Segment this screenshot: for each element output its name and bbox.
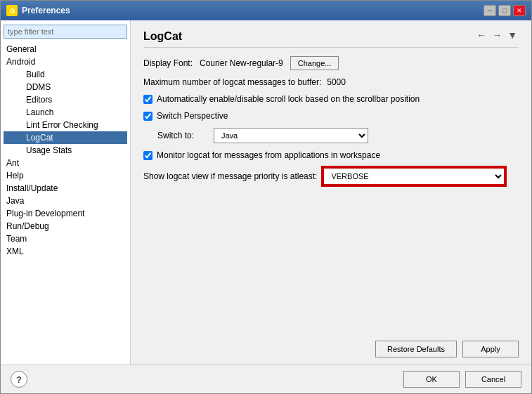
apply-button[interactable]: Apply [462, 341, 519, 357]
toolbar-icons: ← → ▼ [475, 28, 519, 42]
auto-scroll-row: Automatically enable/disable scroll lock… [143, 94, 519, 104]
max-messages-label: Maximum number of logcat messages to buf… [143, 77, 321, 87]
dropdown-icon[interactable]: ▼ [506, 28, 519, 42]
title-bar: ⚙ Preferences ─ □ ✕ [1, 1, 531, 20]
sidebar-item-launch[interactable]: Launch [4, 106, 127, 119]
maximize-button[interactable]: □ [498, 5, 511, 16]
title-bar-left: ⚙ Preferences [6, 5, 70, 16]
dialog-body: General Android Build DDMS Editors Launc… [1, 20, 531, 365]
footer-buttons: OK Cancel [403, 371, 521, 388]
sidebar-item-install-update[interactable]: Install/Update [4, 182, 127, 195]
switch-perspective-row: Switch Perspective [143, 111, 519, 121]
show-logcat-row: Show logcat view if message priority is … [143, 167, 519, 185]
auto-scroll-label: Automatically enable/disable scroll lock… [157, 94, 420, 104]
main-content: LogCat ← → ▼ Display Font: Courier New-r… [131, 20, 531, 365]
content-area: LogCat ← → ▼ Display Font: Courier New-r… [131, 20, 531, 334]
switch-perspective-label: Switch Perspective [157, 111, 228, 121]
switch-to-label: Switch to: [157, 131, 214, 140]
restore-defaults-button[interactable]: Restore Defaults [375, 341, 457, 357]
sidebar-item-ant[interactable]: Ant [4, 157, 127, 169]
switch-perspective-checkbox[interactable] [143, 112, 153, 121]
monitor-logcat-row: Monitor logcat for messages from applica… [143, 150, 519, 160]
sidebar: General Android Build DDMS Editors Launc… [1, 20, 131, 365]
filter-input[interactable] [4, 25, 127, 39]
app-icon: ⚙ [6, 5, 18, 16]
sidebar-item-usage-stats[interactable]: Usage Stats [4, 144, 127, 157]
sidebar-item-lint[interactable]: Lint Error Checking [4, 119, 127, 131]
monitor-logcat-label: Monitor logcat for messages from applica… [157, 150, 380, 160]
sidebar-item-team[interactable]: Team [4, 232, 127, 245]
display-font-label: Display Font: [143, 58, 193, 68]
switch-to-row: Switch to: Java Android Debug [143, 128, 519, 143]
page-title: LogCat [143, 30, 182, 43]
max-messages-value: 5000 [327, 77, 346, 87]
title-controls: ─ □ ✕ [484, 5, 526, 16]
monitor-logcat-checkbox[interactable] [143, 151, 153, 160]
back-icon[interactable]: ← [475, 28, 488, 42]
sidebar-item-plugin-development[interactable]: Plug-in Development [4, 207, 127, 220]
sidebar-item-editors[interactable]: Editors [4, 93, 127, 106]
sidebar-item-logcat[interactable]: LogCat [4, 131, 127, 144]
close-button[interactable]: ✕ [513, 5, 526, 16]
sidebar-item-help[interactable]: Help [4, 169, 127, 182]
change-font-button[interactable]: Change... [290, 56, 339, 70]
help-button[interactable]: ? [11, 371, 27, 388]
action-buttons: Restore Defaults Apply [131, 334, 531, 365]
forward-icon[interactable]: → [491, 28, 503, 42]
sidebar-item-android[interactable]: Android [4, 55, 127, 68]
cancel-button[interactable]: Cancel [465, 371, 521, 388]
sidebar-item-ddms[interactable]: DDMS [4, 81, 127, 93]
dialog-footer: ? OK Cancel [1, 365, 531, 393]
window-title: Preferences [22, 6, 70, 15]
display-font-value: Courier New-regular-9 [200, 58, 283, 68]
show-logcat-label: Show logcat view if message priority is … [143, 171, 317, 181]
minimize-button[interactable]: ─ [484, 5, 496, 16]
sidebar-item-build[interactable]: Build [4, 68, 127, 81]
auto-scroll-checkbox[interactable] [143, 95, 153, 104]
max-messages-row: Maximum number of logcat messages to buf… [143, 77, 519, 87]
sidebar-item-xml[interactable]: XML [4, 245, 127, 258]
sidebar-item-java[interactable]: Java [4, 195, 127, 207]
switch-to-select[interactable]: Java Android Debug [214, 128, 368, 143]
preferences-dialog: ⚙ Preferences ─ □ ✕ General Android Buil… [0, 0, 532, 394]
ok-button[interactable]: OK [403, 371, 460, 388]
sidebar-item-general[interactable]: General [4, 43, 127, 55]
show-logcat-select[interactable]: VERBOSE DEBUG INFO WARN ERROR [323, 167, 505, 185]
sidebar-item-run-debug[interactable]: Run/Debug [4, 220, 127, 232]
display-font-row: Display Font: Courier New-regular-9 Chan… [143, 56, 519, 70]
